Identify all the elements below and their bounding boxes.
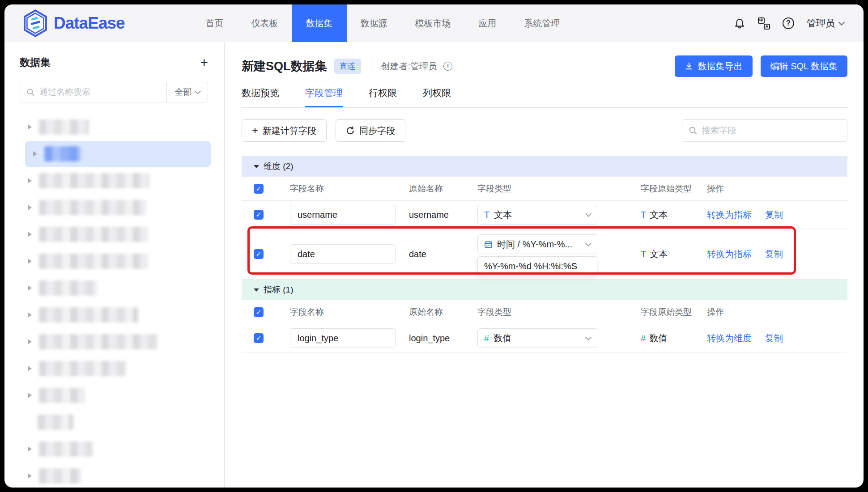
sidebar-item[interactable]: [20, 356, 211, 382]
expand-arrow-icon[interactable]: [28, 473, 32, 479]
help-icon[interactable]: ?: [783, 17, 794, 29]
redacted-dataset-name: [39, 307, 138, 322]
copy-link[interactable]: 复制: [765, 209, 783, 221]
field-search-placeholder: 搜索字段: [702, 125, 736, 136]
column-actions: 操作: [707, 306, 847, 318]
select-all-checkbox[interactable]: ✓: [254, 184, 264, 194]
sidebar-search-input[interactable]: 通过名称搜索: [20, 86, 166, 98]
tab-row-permission[interactable]: 行权限: [369, 87, 397, 107]
sidebar-item[interactable]: [20, 329, 211, 355]
field-type-select[interactable]: # 数值: [477, 328, 597, 348]
column-field-name: 字段名称: [290, 306, 409, 318]
expand-arrow-icon[interactable]: [28, 285, 32, 291]
expand-arrow-icon[interactable]: [28, 366, 32, 371]
field-search-input[interactable]: 搜索字段: [682, 119, 847, 142]
sync-fields-button[interactable]: 同步字段: [336, 119, 405, 142]
field-name-input[interactable]: [290, 205, 396, 225]
field-name-input[interactable]: [290, 328, 396, 348]
brand-name: DataEase: [54, 14, 125, 33]
convert-to-measure-link[interactable]: 转换为指标: [707, 209, 752, 221]
nav-item-dataset[interactable]: 数据集: [292, 4, 347, 42]
sidebar-item[interactable]: [20, 221, 211, 247]
sidebar-item-child[interactable]: [20, 409, 211, 435]
notification-bell-icon[interactable]: [734, 17, 745, 29]
sync-icon: [346, 126, 355, 135]
expand-arrow-icon[interactable]: [28, 259, 32, 264]
chevron-down-icon: [585, 334, 591, 340]
expand-arrow-icon[interactable]: [28, 178, 32, 183]
tab-data-preview[interactable]: 数据预览: [242, 87, 279, 107]
add-dataset-button[interactable]: +: [200, 56, 208, 69]
nav-item-home[interactable]: 首页: [192, 4, 238, 42]
search-icon: [26, 88, 35, 97]
date-format-option[interactable]: %Y-%m-%d %H:%i:%S: [477, 256, 597, 276]
origin-type-label: 文本: [650, 209, 668, 221]
sidebar-item[interactable]: [20, 463, 211, 488]
dimension-table-header: ✓ 字段名称 原始名称 字段类型 字段原始类型 操作: [242, 177, 847, 201]
expand-arrow-icon[interactable]: [28, 393, 32, 398]
sidebar-item[interactable]: [20, 168, 211, 194]
convert-to-dimension-link[interactable]: 转换为维度: [707, 332, 752, 344]
page-header: 新建SQL数据集 直连 创建者:管理员 ! 数据集导出 编辑 SQL 数据集: [242, 55, 847, 77]
sidebar-item[interactable]: [20, 248, 211, 274]
table-row-username: ✓ username T 文本 T 文本 转换为指标 复制: [242, 201, 847, 229]
sidebar-item[interactable]: [20, 114, 211, 140]
top-navbar: DataEase 首页 仪表板 数据集 数据源 模板市场 应用 系统管理 中 A: [4, 4, 864, 42]
sidebar-item[interactable]: [20, 382, 211, 408]
expand-arrow-icon[interactable]: [28, 205, 32, 210]
expand-arrow-icon[interactable]: [28, 446, 32, 452]
measure-section-header[interactable]: 指标 (1): [242, 280, 847, 300]
sidebar-filter-select[interactable]: 全部: [166, 82, 208, 102]
main-panel: 新建SQL数据集 直连 创建者:管理员 ! 数据集导出 编辑 SQL 数据集: [225, 42, 864, 488]
nav-item-datasource[interactable]: 数据源: [347, 4, 401, 42]
expand-arrow-icon[interactable]: [33, 151, 37, 157]
edit-sql-dataset-button[interactable]: 编辑 SQL 数据集: [761, 55, 847, 77]
sidebar-item[interactable]: [20, 302, 211, 328]
navbar-right: 中 A ? 管理员: [734, 17, 844, 30]
nav-item-system[interactable]: 系统管理: [511, 4, 574, 42]
field-type-select[interactable]: 时间 / %Y-%m-%...: [477, 234, 597, 254]
copy-link[interactable]: 复制: [765, 332, 783, 344]
row-checkbox[interactable]: ✓: [254, 333, 264, 343]
tab-field-manage[interactable]: 字段管理: [305, 87, 343, 107]
info-icon[interactable]: !: [443, 62, 452, 71]
table-row-date: ✓ date: [242, 229, 847, 280]
number-type-icon: #: [484, 333, 489, 344]
copy-link[interactable]: 复制: [765, 248, 783, 260]
creator-label: 创建者:管理员: [381, 60, 438, 72]
nav-item-template-market[interactable]: 模板市场: [401, 4, 465, 42]
sidebar-item[interactable]: [20, 275, 211, 301]
expand-arrow-icon[interactable]: [28, 312, 32, 318]
redacted-dataset-name: [44, 146, 81, 161]
field-type-select[interactable]: T 文本: [477, 205, 597, 225]
nav-item-app[interactable]: 应用: [465, 4, 511, 42]
expand-arrow-icon[interactable]: [28, 124, 32, 130]
sidebar-item[interactable]: [20, 195, 211, 221]
detail-tabs: 数据预览 字段管理 行权限 列权限: [242, 87, 847, 108]
language-switch-icon[interactable]: 中 A: [758, 17, 770, 30]
row-checkbox[interactable]: ✓: [254, 210, 264, 220]
expand-arrow-icon[interactable]: [28, 232, 32, 237]
sidebar-item[interactable]: [20, 436, 211, 462]
column-origin-type: 字段原始类型: [641, 306, 707, 318]
app-window: DataEase 首页 仪表板 数据集 数据源 模板市场 应用 系统管理 中 A: [4, 4, 864, 488]
field-name-input[interactable]: [290, 244, 396, 264]
origin-name: login_type: [409, 333, 477, 344]
new-calc-field-button[interactable]: + 新建计算字段: [242, 119, 327, 142]
redacted-dataset-name: [39, 334, 158, 349]
brand-logo[interactable]: DataEase: [22, 9, 125, 37]
nav-item-dashboard[interactable]: 仪表板: [238, 4, 292, 42]
page-title: 新建SQL数据集: [242, 58, 327, 74]
tab-column-permission[interactable]: 列权限: [423, 87, 451, 107]
sidebar-item-selected[interactable]: [25, 141, 211, 167]
dimension-section-header[interactable]: 维度 (2): [242, 156, 847, 177]
user-name: 管理员: [807, 17, 835, 30]
collapse-arrow-icon: [254, 288, 259, 292]
convert-to-measure-link[interactable]: 转换为指标: [707, 248, 752, 260]
select-all-checkbox[interactable]: ✓: [254, 307, 264, 317]
export-dataset-button[interactable]: 数据集导出: [675, 55, 753, 77]
divider: [371, 60, 371, 72]
row-checkbox[interactable]: ✓: [254, 249, 264, 259]
expand-arrow-icon[interactable]: [28, 339, 32, 344]
user-menu[interactable]: 管理员: [807, 17, 844, 30]
